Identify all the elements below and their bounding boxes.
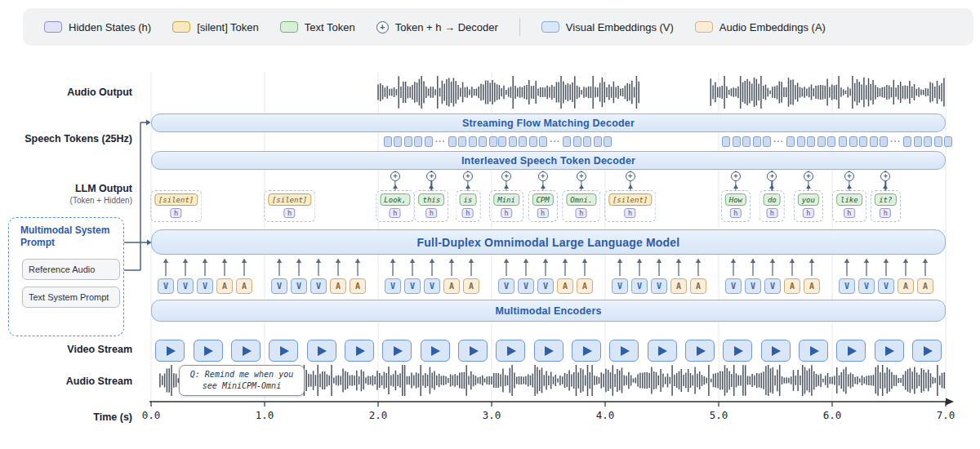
play-icon [924, 346, 933, 356]
play-icon [545, 346, 554, 356]
visual-embedding-box: V [158, 278, 174, 294]
embedding-arrow-up-icon [469, 259, 474, 264]
silent-swatch-icon [172, 21, 190, 33]
embedding-arrow-up-icon [844, 259, 849, 264]
visual-embedding-box: V [725, 278, 742, 294]
play-icon [772, 346, 781, 356]
speech-token-square [448, 136, 457, 147]
silent-token: [silent] [608, 193, 652, 206]
time-tick-label: 5.0 [710, 409, 728, 421]
system-prompt-title: Multimodal System Prompt [20, 224, 120, 249]
hidden-state-chip: h [803, 208, 814, 218]
question-bubble-line1: Q: Remind me when you [185, 369, 299, 380]
visual-embedding-box: V [839, 278, 855, 294]
hidden-state-chip: h [844, 208, 855, 218]
embedding-arrow-up-icon [277, 259, 282, 264]
speech-token-square [583, 136, 591, 147]
video-frame-button [194, 340, 223, 362]
visual-embedding-box: V [498, 278, 514, 294]
hidden-state-chip: h [425, 208, 437, 218]
token-arrow-up-icon [628, 184, 633, 189]
row-label-llm-output-sub: (Token + Hidden) [70, 196, 132, 205]
token-plus-icon: + [804, 171, 813, 181]
embedding-arrow-up-icon [809, 259, 814, 264]
speech-token-cluster [563, 136, 612, 147]
token-arrow-up-icon [466, 184, 470, 189]
play-icon [658, 346, 667, 356]
audio-embedding-box: A [463, 278, 479, 294]
hidden-state-chip: h [462, 208, 474, 218]
token-plus-icon: + [538, 171, 548, 181]
speech-token-square [763, 136, 771, 147]
token-arrow-up-icon [769, 184, 774, 189]
visual-embedding-box: V [177, 278, 194, 294]
video-frame-button [799, 340, 828, 362]
silent-token: [silent] [268, 193, 311, 206]
speech-token-square [839, 136, 847, 147]
full-duplex-llm-bar: Full-Duplex Omnimodal Large Language Mod… [151, 229, 946, 255]
token-arrow-up-icon [429, 184, 434, 189]
play-icon [356, 346, 365, 356]
time-tick-label: 1.0 [256, 409, 274, 421]
speech-token-square [797, 136, 805, 147]
llm-token-group: [silent]h [604, 190, 656, 222]
audio-embedding-box: A [557, 278, 573, 294]
video-frame-button [307, 340, 336, 362]
video-frame-button [875, 340, 904, 362]
legend-item-hidden: Hidden States (h) [44, 21, 151, 33]
hidden-state-chip: h [501, 208, 512, 218]
play-icon [885, 346, 894, 356]
embedding-arrow-up-icon [582, 259, 587, 264]
token-arrow-up-icon [806, 184, 811, 189]
speech-token-square [807, 136, 815, 147]
speech-token-cluster [448, 136, 497, 147]
visual-embedding-box: V [518, 278, 534, 294]
llm-token-group: CPMh [528, 190, 557, 222]
hidden-state-chip: h [537, 208, 549, 218]
speech-token-square [539, 136, 547, 147]
audio-embedding-box: A [690, 278, 706, 294]
embedding-arrow-up-icon [523, 259, 528, 264]
visual-embedding-box: V [612, 278, 628, 294]
llm-token-group: youh [794, 190, 823, 222]
speech-token-square [934, 136, 942, 147]
video-frame-button [345, 340, 374, 362]
video-frame-button [421, 340, 450, 362]
hidden-state-chip: h [284, 208, 296, 218]
audio-embedding-box: A [216, 278, 233, 294]
visual-embedding-box: V [537, 278, 554, 294]
figure-graphics-layer [0, 0, 980, 449]
silent-token: [silent] [154, 193, 198, 206]
embedding-arrow-up-icon [163, 259, 168, 264]
llm-token-group: doh [760, 190, 785, 222]
streaming-flow-matching-decoder-bar: Streaming Flow Matching Decoder [151, 113, 946, 132]
speech-token-square [498, 136, 506, 147]
speech-token-square [404, 136, 412, 147]
speech-token-group: ··· [722, 136, 826, 147]
time-tick-label: 4.0 [596, 409, 615, 421]
visual-embedding-box: V [764, 278, 781, 294]
play-icon [394, 346, 403, 356]
audio-embedding-box: A [236, 278, 252, 294]
embedding-arrow-up-icon [903, 259, 908, 264]
embedding-arrow-up-icon [770, 259, 775, 264]
speech-token-square [469, 136, 477, 147]
embedding-arrow-up-icon [657, 259, 662, 264]
token-plus-icon: + [880, 171, 890, 181]
token-arrow-up-icon [733, 184, 738, 189]
text-token: Omni. [566, 193, 596, 206]
speech-token-square [827, 136, 835, 147]
play-icon [431, 346, 440, 356]
visual-embedding-box: V [878, 278, 894, 294]
play-icon [810, 346, 819, 356]
video-frame-button [269, 340, 298, 362]
token-plus-icon: + [767, 171, 777, 181]
token-plus-icon: + [426, 171, 436, 181]
speech-token-square [753, 136, 761, 147]
speech-token-group: ··· [384, 136, 488, 147]
visual-embedding-box: V [858, 278, 875, 294]
llm-token-group: Howh [721, 190, 751, 222]
speech-token-cluster [786, 136, 835, 147]
speech-token-square [914, 136, 922, 147]
speech-token-cluster [498, 136, 547, 147]
